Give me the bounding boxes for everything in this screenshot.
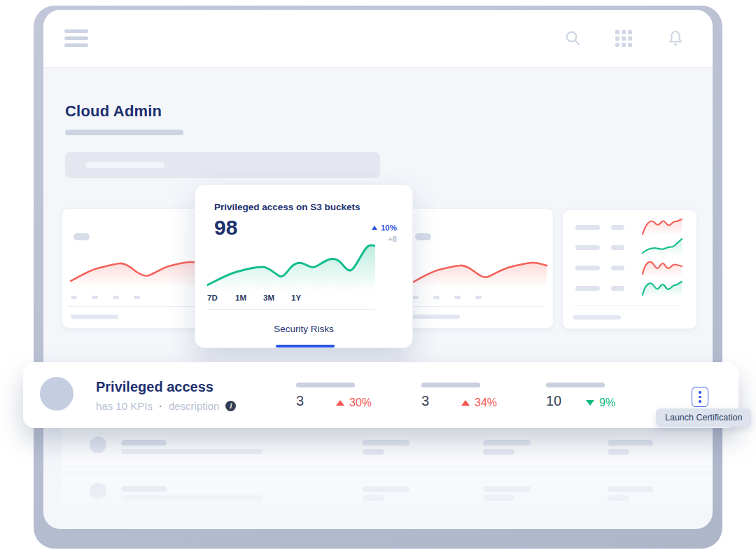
avatar	[40, 377, 74, 411]
delta-down-icon	[586, 400, 594, 406]
avatar	[90, 483, 106, 500]
skeleton-bar	[608, 440, 653, 446]
skeleton-bar	[546, 383, 605, 387]
skeleton-bar	[611, 245, 624, 250]
dot-separator: ·	[159, 400, 162, 412]
skeleton-bar	[483, 495, 514, 501]
divider	[573, 305, 681, 306]
skeleton-bar	[483, 440, 531, 446]
delta-absolute: +8	[372, 235, 397, 243]
kpi-row-subtitle: has 10 KPIs · description i	[96, 400, 236, 412]
divider	[410, 306, 545, 307]
kpi-count-label: has 10 KPIs	[96, 400, 153, 412]
stat-block: 3 34%	[421, 383, 533, 409]
skeleton-bar	[363, 495, 384, 501]
time-range-tabs: 7D 1M 3M 1Y	[207, 294, 319, 302]
skeleton-bar	[573, 315, 621, 319]
skeleton-ticks	[412, 296, 482, 299]
stat-percent: 34%	[475, 397, 497, 409]
stat-percent: 30%	[349, 397, 372, 409]
skeleton-pill	[415, 233, 431, 240]
green-area-chart	[207, 242, 375, 291]
range-1y[interactable]: 1Y	[291, 294, 319, 302]
popup-value: 98	[214, 216, 237, 240]
kpi-row[interactable]: Privileged access has 10 KPIs · descript…	[23, 362, 738, 428]
delta-up-icon	[336, 400, 344, 406]
red-line-chart	[411, 249, 548, 288]
kpi-list-skeleton	[62, 429, 713, 529]
skeleton-bar	[575, 266, 600, 270]
active-tab-indicator	[276, 345, 335, 348]
divider	[207, 309, 375, 310]
skeleton-bar	[121, 449, 262, 454]
range-7d[interactable]: 7D	[207, 294, 235, 302]
avatar	[90, 436, 106, 453]
skeleton-bar	[611, 266, 624, 270]
skeleton-bar	[65, 130, 183, 135]
skeleton-bar	[483, 449, 514, 455]
red-sparkline	[641, 257, 683, 277]
skeleton-toolbar	[65, 152, 380, 178]
skeleton-bar	[296, 383, 355, 387]
list-item	[62, 429, 713, 471]
red-sparkline	[641, 216, 683, 236]
screenshot-stage: Cloud Admin	[0, 0, 756, 550]
skeleton-bar	[608, 486, 653, 492]
skeleton-bar	[611, 225, 624, 230]
stat-card[interactable]	[62, 208, 213, 329]
stat-percent: 9%	[599, 397, 615, 409]
info-icon[interactable]: i	[225, 401, 236, 411]
skeleton-bar	[363, 449, 384, 455]
top-navbar	[43, 10, 713, 68]
apps-grid-icon[interactable]	[615, 29, 634, 48]
stat-block: 10 9%	[546, 383, 658, 409]
skeleton-bar	[121, 440, 167, 446]
stat-value: 3	[296, 393, 336, 409]
skeleton-bar	[85, 162, 164, 168]
range-3m[interactable]: 3M	[263, 294, 291, 302]
skeleton-bar	[608, 449, 629, 455]
skeleton-bar	[363, 486, 410, 492]
launch-certification-tooltip: Launch Certification	[656, 408, 751, 427]
green-sparkline	[641, 277, 683, 297]
skeleton-bar	[611, 286, 624, 291]
description-label: description	[169, 400, 220, 412]
skeleton-bar	[121, 495, 262, 500]
skeleton-bar	[575, 225, 600, 230]
list-item	[62, 475, 713, 517]
skeleton-bar	[415, 224, 463, 229]
skeleton-bar	[575, 286, 600, 291]
skeleton-bar	[575, 245, 600, 250]
delta-percent: 10%	[381, 224, 397, 232]
delta-up-icon	[461, 400, 470, 406]
search-icon[interactable]	[564, 29, 582, 48]
bell-icon[interactable]	[666, 29, 685, 48]
skeleton-bar	[363, 440, 410, 446]
kebab-menu-button[interactable]	[692, 387, 708, 407]
kpi-row-title: Privileged access	[96, 379, 214, 395]
skeleton-bar	[412, 315, 460, 319]
skeleton-bar	[608, 495, 629, 501]
skeleton-bar	[483, 486, 531, 492]
tab-security-risks[interactable]: Security Risks	[195, 324, 412, 334]
hamburger-menu-icon[interactable]	[64, 29, 88, 48]
page-title: Cloud Admin	[65, 102, 162, 121]
delta-up-icon	[372, 226, 377, 230]
kpi-detail-popup: Privileged access on S3 buckets 98 10% +…	[195, 184, 413, 348]
sparkline-list-card[interactable]	[562, 209, 697, 329]
stat-value: 10	[546, 393, 586, 409]
skeleton-bar	[121, 486, 167, 492]
skeleton-ticks	[71, 296, 140, 299]
popup-title: Privileged access on S3 buckets	[214, 202, 360, 212]
skeleton-pill	[74, 233, 90, 240]
stat-block: 3 30%	[296, 383, 408, 409]
range-1m[interactable]: 1M	[235, 294, 263, 302]
stat-card[interactable]	[403, 208, 554, 329]
divider	[68, 306, 204, 307]
popup-delta: 10% +8	[372, 224, 397, 243]
skeleton-bar	[74, 224, 121, 229]
skeleton-bar	[421, 383, 480, 387]
red-line-chart	[69, 249, 206, 288]
skeleton-bar	[71, 315, 118, 319]
green-sparkline	[641, 237, 683, 256]
